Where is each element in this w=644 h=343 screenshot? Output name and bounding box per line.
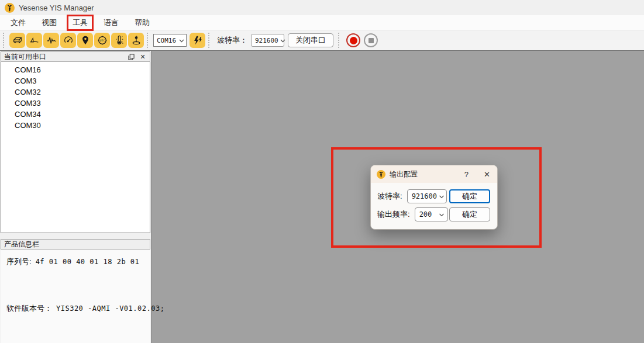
port-list-item[interactable]: COM34 [1, 109, 150, 120]
available-ports-list: COM16 COM3 COM32 COM33 COM34 COM30 [1, 62, 150, 233]
confirm-frequency-button[interactable]: 确定 [449, 207, 490, 221]
toolbar-grip[interactable] [147, 33, 151, 48]
menu-view[interactable]: 视图 [37, 16, 61, 30]
location-icon [80, 35, 91, 46]
window-title: Yesense YIS Manager [19, 4, 94, 12]
gauge-button[interactable] [60, 33, 76, 48]
body: 当前可用串口 ✕ COM16 COM3 COM32 COM33 COM34 CO… [0, 51, 644, 343]
attitude-waveform-icon [29, 35, 40, 46]
signal-waveform-icon [46, 35, 57, 46]
output-frequency-row: 输出频率: 200 确定 [377, 207, 490, 221]
output-config-dialog: 输出配置 ? ✕ 波特率: 921600 确定 输出频率: 200 [370, 165, 498, 230]
baud-rate-row: 波特率: 921600 确定 [377, 189, 490, 203]
temperature-button[interactable] [111, 33, 127, 48]
serial-number-value: 4f 01 00 40 01 18 2b 01 [36, 258, 140, 266]
baud-rate-select[interactable]: 921600 [251, 34, 284, 47]
port-list-item[interactable]: COM33 [1, 98, 150, 109]
svg-text:UTC: UTC [99, 39, 105, 42]
3d-model-icon [12, 35, 23, 46]
dialog-title: 输出配置 [390, 169, 464, 179]
toolbar-grip[interactable] [3, 33, 7, 48]
com-port-value: COM16 [157, 37, 177, 44]
toolbar-grip[interactable] [338, 33, 342, 48]
port-list-item[interactable]: COM32 [1, 86, 150, 98]
port-list-item[interactable]: COM3 [1, 75, 150, 86]
firmware-version-label: 软件版本号： [6, 303, 52, 314]
dialog-baud-label: 波特率: [377, 191, 402, 202]
confirm-baud-button[interactable]: 确定 [449, 189, 490, 203]
menu-language[interactable]: 语言 [99, 16, 123, 30]
refresh-lightning-icon [192, 35, 203, 46]
menu-tools[interactable]: 工具 [68, 16, 92, 30]
product-info-area: 序列号: 4f 01 00 40 01 18 2b 01 软件版本号： YIS3… [1, 250, 150, 343]
dialog-help-button[interactable]: ? [464, 170, 469, 179]
joystick-button[interactable] [128, 33, 144, 48]
refresh-ports-button[interactable] [190, 33, 205, 48]
dialog-baud-value: 921600 [412, 192, 437, 200]
signal-waveform-button[interactable] [43, 33, 59, 48]
serial-number-label: 序列号: [6, 257, 32, 267]
menu-file[interactable]: 文件 [6, 16, 30, 30]
com-port-select[interactable]: COM16 [153, 34, 187, 47]
info-panel-header: 产品信息栏 [1, 239, 150, 250]
float-panel-icon[interactable] [127, 53, 135, 61]
titlebar: Yesense YIS Manager [0, 0, 644, 15]
dock-splitter[interactable] [0, 233, 151, 238]
app-window: Yesense YIS Manager 文件 视图 工具 语言 帮助 [0, 0, 644, 343]
3d-model-button[interactable] [9, 33, 25, 48]
joystick-icon [131, 35, 142, 46]
port-list-item[interactable]: COM16 [1, 64, 150, 75]
firmware-version-line: 软件版本号： YIS320 -AQMI -V01.02.03; [6, 303, 164, 314]
utc-clock-button[interactable]: UTC [94, 33, 110, 48]
stop-icon [369, 38, 374, 43]
dialog-titlebar: 输出配置 ? ✕ [371, 165, 497, 183]
record-button[interactable] [346, 33, 360, 47]
left-dock: 当前可用串口 ✕ COM16 COM3 COM32 COM33 COM34 CO… [0, 51, 151, 343]
toolbar-grip[interactable] [208, 33, 212, 48]
firmware-version-value: YIS320 -AQMI -V01.02.03; [56, 304, 164, 313]
attitude-waveform-button[interactable] [26, 33, 42, 48]
chevron-down-icon [439, 210, 445, 219]
chevron-down-icon [280, 37, 285, 44]
close-serial-port-button[interactable]: 关闭串口 [288, 33, 333, 47]
serial-number-line: 序列号: 4f 01 00 40 01 18 2b 01 [6, 257, 139, 267]
dialog-frequency-select[interactable]: 200 [415, 207, 448, 221]
chevron-down-icon [439, 192, 445, 200]
dialog-logo-icon [377, 170, 385, 179]
toolbar: UTC [0, 30, 644, 51]
chevron-down-icon [179, 37, 184, 44]
ports-panel-title: 当前可用串口 [4, 52, 123, 62]
app-logo-icon [5, 3, 15, 13]
info-panel-title: 产品信息栏 [4, 240, 147, 250]
dialog-frequency-value: 200 [419, 210, 437, 219]
location-button[interactable] [77, 33, 93, 48]
ports-panel-header: 当前可用串口 ✕ [1, 51, 150, 62]
utc-clock-icon: UTC [97, 35, 108, 46]
gauge-icon [63, 35, 74, 46]
dialog-body: 波特率: 921600 确定 输出频率: 200 确定 [371, 183, 497, 229]
close-panel-icon[interactable]: ✕ [139, 53, 147, 61]
dialog-frequency-label: 输出频率: [377, 209, 410, 220]
temperature-icon [114, 35, 125, 46]
baud-rate-value: 921600 [255, 37, 278, 44]
dialog-close-icon[interactable]: ✕ [484, 170, 490, 179]
stop-button[interactable] [364, 33, 378, 47]
menubar: 文件 视图 工具 语言 帮助 [0, 15, 644, 30]
record-icon [350, 37, 357, 44]
menu-help[interactable]: 帮助 [130, 16, 154, 30]
dialog-baud-select[interactable]: 921600 [407, 189, 447, 203]
port-list-item[interactable]: COM30 [1, 120, 150, 131]
baud-rate-label: 波特率： [217, 35, 247, 46]
